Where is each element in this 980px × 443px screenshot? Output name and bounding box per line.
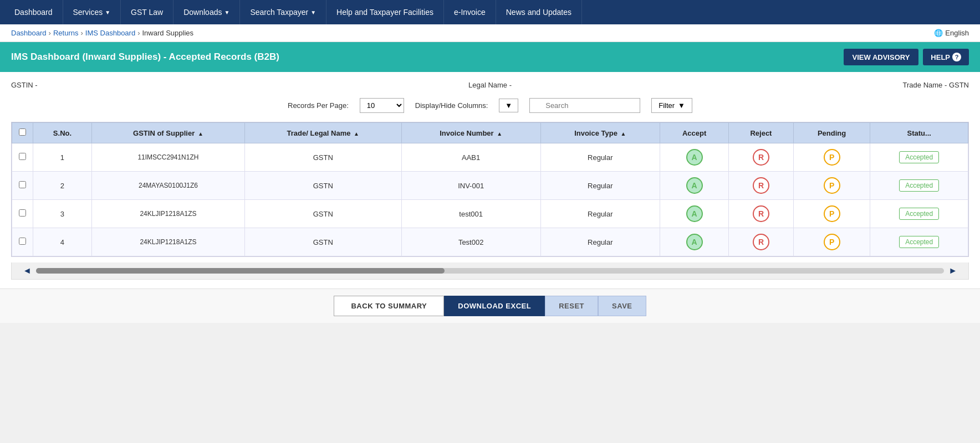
breadcrumb-returns[interactable]: Returns	[53, 29, 79, 37]
row-sno: 3	[33, 200, 92, 228]
legal-name-info: Legal Name -	[330, 81, 650, 89]
nav-dashboard[interactable]: Dashboard	[4, 0, 63, 24]
scroll-track[interactable]	[36, 268, 944, 274]
row-status-cell: Accepted	[870, 143, 968, 172]
row-checkbox[interactable]	[19, 238, 26, 245]
row-invoice-number: INV-001	[401, 172, 540, 200]
row-sno: 4	[33, 228, 92, 256]
row-accept-cell: A	[660, 172, 728, 200]
breadcrumb-dashboard[interactable]: Dashboard	[11, 29, 47, 37]
back-to-summary-button[interactable]: BACK TO SUMMARY	[334, 296, 444, 316]
nav-services[interactable]: Services ▼	[63, 0, 121, 24]
breadcrumb-current: Inward Supplies	[142, 29, 194, 37]
invoice-type-sort-icon: ▲	[621, 131, 626, 137]
row-checkbox[interactable]	[19, 153, 26, 160]
invoice-num-sort-icon: ▲	[497, 131, 502, 137]
nav-gst-law[interactable]: GST Law	[121, 0, 173, 24]
row-pending-cell: P	[793, 228, 870, 256]
row-pending-cell: P	[793, 172, 870, 200]
row-invoice-number: test001	[401, 200, 540, 228]
accept-button[interactable]: A	[686, 177, 703, 194]
download-excel-button[interactable]: DOWNLOAD EXCEL	[444, 296, 545, 316]
row-reject-cell: R	[729, 172, 793, 200]
row-checkbox[interactable]	[19, 209, 26, 217]
display-hide-columns-button[interactable]: ▼	[499, 99, 518, 112]
scroll-right-icon[interactable]: ►	[948, 266, 957, 276]
pending-button[interactable]: P	[824, 149, 840, 166]
row-accept-cell: A	[660, 228, 728, 256]
row-pending-cell: P	[793, 143, 870, 172]
row-invoice-type: Regular	[540, 228, 660, 256]
accept-button[interactable]: A	[686, 234, 703, 250]
search-input[interactable]	[529, 98, 640, 113]
row-accept-cell: A	[660, 200, 728, 228]
filter-icon: ▼	[678, 101, 685, 110]
row-pending-cell: P	[793, 200, 870, 228]
row-status-cell: Accepted	[870, 228, 968, 256]
col-pending: Pending	[793, 123, 870, 143]
help-label: HELP	[931, 53, 950, 61]
col-trade-legal-name[interactable]: Trade/ Legal Name ▲	[244, 123, 401, 143]
select-all-checkbox[interactable]	[19, 128, 26, 136]
content-area: GSTIN - Legal Name - Trade Name - GSTN R…	[0, 72, 980, 289]
breadcrumb: Dashboard › Returns › IMS Dashboard › In…	[11, 29, 193, 37]
row-trade-legal-name: GSTN	[244, 172, 401, 200]
search-wrapper: 🔍	[529, 98, 640, 113]
col-invoice-number[interactable]: Invoice Number ▲	[401, 123, 540, 143]
scroll-left-icon[interactable]: ◄	[23, 266, 32, 276]
view-advisory-button[interactable]: VIEW ADVISORY	[844, 49, 919, 65]
bottom-bar: BACK TO SUMMARY DOWNLOAD EXCEL RESET SAV…	[0, 289, 980, 323]
col-invoice-type[interactable]: Invoice Type ▲	[540, 123, 660, 143]
row-checkbox-cell	[12, 228, 33, 256]
accept-button[interactable]: A	[686, 205, 703, 222]
nav-bar: Dashboard Services ▼ GST Law Downloads ▼…	[0, 0, 980, 24]
save-button[interactable]: SAVE	[598, 296, 646, 316]
header-actions: VIEW ADVISORY HELP ?	[844, 49, 969, 65]
services-arrow-icon: ▼	[105, 9, 110, 16]
row-invoice-type: Regular	[540, 172, 660, 200]
row-status-cell: Accepted	[870, 172, 968, 200]
nav-e-invoice[interactable]: e-Invoice	[444, 0, 496, 24]
reject-button[interactable]: R	[753, 177, 769, 194]
col-sno: S.No.	[33, 123, 92, 143]
row-reject-cell: R	[729, 228, 793, 256]
accept-button[interactable]: A	[686, 149, 703, 166]
reject-button[interactable]: R	[753, 205, 769, 222]
language-selector[interactable]: 🌐 English	[934, 29, 969, 37]
row-sno: 2	[33, 172, 92, 200]
pending-button[interactable]: P	[824, 234, 840, 250]
pending-button[interactable]: P	[824, 177, 840, 194]
status-badge: Accepted	[899, 179, 939, 192]
table-row: 2 24MAYAS0100J1Z6 GSTN INV-001 Regular A…	[12, 172, 968, 200]
row-gstin: 24KLJIP1218A1ZS	[91, 228, 244, 256]
records-per-page-select[interactable]: 10 25 50	[360, 98, 404, 113]
info-row: GSTIN - Legal Name - Trade Name - GSTN	[11, 81, 969, 89]
status-badge: Accepted	[899, 236, 939, 248]
display-hide-label: Display/Hide Columns:	[415, 101, 488, 110]
row-invoice-number: AAB1	[401, 143, 540, 172]
filter-label: Filter	[659, 101, 675, 110]
table-row: 3 24KLJIP1218A1ZS GSTN test001 Regular A…	[12, 200, 968, 228]
reset-button[interactable]: RESET	[545, 296, 598, 316]
row-invoice-number: Test002	[401, 228, 540, 256]
scrollbar-area: ◄ ►	[11, 262, 969, 280]
help-button[interactable]: HELP ?	[923, 49, 969, 65]
header-banner: IMS Dashboard (Inward Supplies) - Accept…	[0, 42, 980, 72]
nav-search-taxpayer[interactable]: Search Taxpayer ▼	[240, 0, 326, 24]
col-gstin-supplier[interactable]: GSTIN of Supplier ▲	[91, 123, 244, 143]
nav-help-facilities[interactable]: Help and Taxpayer Facilities	[326, 0, 444, 24]
row-checkbox[interactable]	[19, 181, 26, 188]
filter-button[interactable]: Filter ▼	[651, 98, 692, 113]
nav-news-updates[interactable]: News and Updates	[496, 0, 582, 24]
pending-button[interactable]: P	[824, 205, 840, 222]
row-reject-cell: R	[729, 143, 793, 172]
breadcrumb-ims-dashboard[interactable]: IMS Dashboard	[85, 29, 135, 37]
row-trade-legal-name: GSTN	[244, 200, 401, 228]
reject-button[interactable]: R	[753, 234, 769, 250]
reject-button[interactable]: R	[753, 149, 769, 166]
controls-row: Records Per Page: 10 25 50 Display/Hide …	[11, 98, 969, 113]
row-trade-legal-name: GSTN	[244, 228, 401, 256]
nav-downloads[interactable]: Downloads ▼	[173, 0, 240, 24]
status-badge: Accepted	[899, 151, 939, 163]
row-status-cell: Accepted	[870, 200, 968, 228]
